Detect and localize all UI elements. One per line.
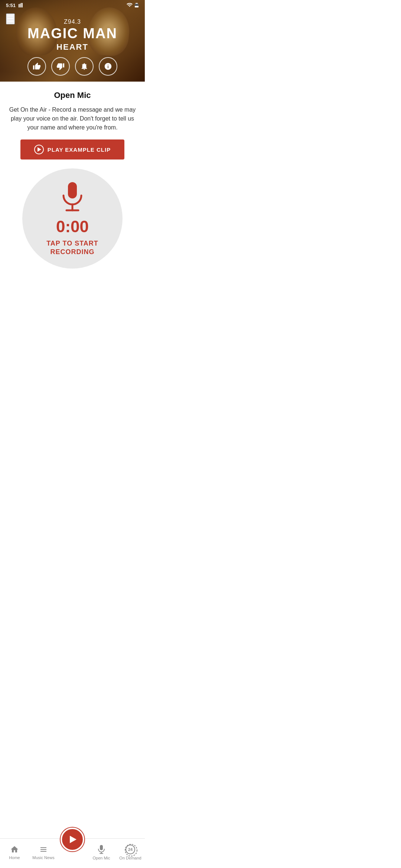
play-example-label: PLAY EXAMPLE CLIP	[48, 147, 111, 153]
svg-rect-2	[21, 3, 22, 7]
svg-rect-7	[68, 182, 77, 198]
dislike-button[interactable]	[51, 57, 70, 76]
song-title: MAGIC MAN	[27, 26, 117, 42]
status-icons	[127, 3, 139, 8]
notify-button[interactable]	[75, 57, 94, 76]
microphone-icon	[58, 181, 87, 214]
action-buttons	[27, 57, 117, 76]
hero-section: ☰ Z94.3 MAGIC MAN HEART	[0, 0, 145, 82]
menu-button[interactable]: ☰	[6, 13, 15, 24]
svg-rect-6	[135, 4, 138, 6]
section-title: Open Mic	[7, 91, 137, 100]
main-content: Open Mic Get On the Air - Record a messa…	[0, 82, 145, 313]
open-mic-description: Get On the Air - Record a message and we…	[7, 105, 137, 132]
like-button[interactable]	[27, 57, 46, 76]
play-example-icon	[34, 145, 44, 154]
station-name: Z94.3	[64, 19, 81, 25]
status-bar: 5:51	[0, 0, 145, 10]
svg-rect-1	[20, 4, 20, 7]
tap-to-start-label: TAP TO START RECORDING	[46, 239, 98, 257]
artist-name: HEART	[56, 42, 88, 52]
status-time: 5:51	[6, 3, 24, 8]
info-button[interactable]	[99, 57, 117, 76]
svg-rect-0	[19, 4, 19, 7]
svg-rect-3	[22, 3, 23, 7]
recording-button[interactable]: 0:00 TAP TO START RECORDING	[22, 168, 123, 269]
timer-display: 0:00	[56, 218, 89, 235]
play-example-button[interactable]: PLAY EXAMPLE CLIP	[20, 139, 124, 160]
play-triangle	[38, 147, 41, 152]
